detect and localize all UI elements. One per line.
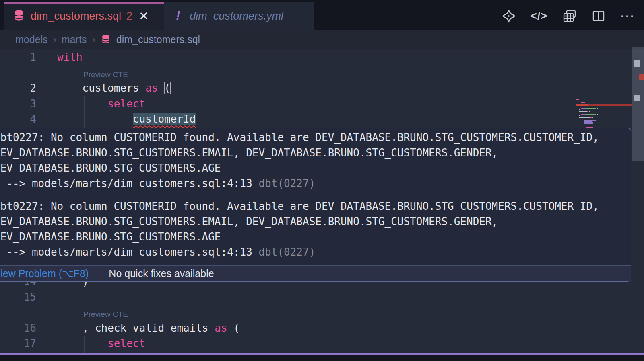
chevron-right-icon: › <box>92 34 95 45</box>
minimap-line <box>586 113 593 113</box>
indent-guide <box>84 336 85 353</box>
minimap-line <box>585 101 586 101</box>
minimap-line <box>592 117 593 118</box>
error-token: customerId <box>133 113 196 125</box>
code-line-3[interactable]: select <box>107 96 145 111</box>
minimap-line <box>581 108 584 109</box>
minimap-line <box>584 120 596 121</box>
minimap-line <box>584 126 584 127</box>
minimap-line <box>586 108 596 109</box>
minimap-line <box>584 123 593 124</box>
breadcrumb-item-marts[interactable]: marts <box>62 34 87 45</box>
line-number[interactable]: 2 <box>15 80 36 96</box>
no-quick-fixes-label: No quick fixes available <box>109 268 214 279</box>
indent-guide <box>60 95 60 128</box>
tab-dim-customers-sql[interactable]: dim_customers.sql 2 ✕ <box>4 2 164 30</box>
minimap-error-line <box>576 104 632 106</box>
tab-label: dim_customers.yml <box>190 10 283 23</box>
problem-hover-popup: dbt0227: No column CUSTOMERID found. Ava… <box>0 128 631 282</box>
dbt-power-user-icon[interactable] <box>502 9 516 23</box>
minimap-line <box>587 101 588 101</box>
problem-message: dbt0227: No column CUSTOMERID found. Ava… <box>0 128 631 197</box>
minimap-line <box>590 117 592 118</box>
warning-icon: ! <box>176 9 180 23</box>
minimap-line <box>584 125 599 125</box>
code-line-17[interactable]: select <box>107 336 145 351</box>
tab-dim-customers-yml[interactable]: ! dim_customers.yml <box>164 2 314 30</box>
code-line-16[interactable]: , check_valid_emails as ( <box>83 320 240 336</box>
editor-window: dim_customers.sql 2 ✕ ! dim_customers.ym… <box>0 0 644 361</box>
overview-ruler-mark <box>634 95 640 101</box>
minimap-line <box>584 108 586 109</box>
problem-source: dbt(0227) <box>258 177 315 189</box>
line-number[interactable]: 17 <box>15 336 36 351</box>
compiled-code-icon[interactable]: </> <box>530 10 547 23</box>
database-icon <box>13 9 25 23</box>
chevron-right-icon: › <box>53 34 56 45</box>
query-results-icon[interactable] <box>562 8 577 24</box>
minimap-line <box>579 109 580 110</box>
minimap-line <box>584 121 592 122</box>
minimap-line <box>597 114 598 115</box>
breadcrumb-item-models[interactable]: models <box>15 34 48 45</box>
line-number[interactable]: 1 <box>15 49 36 65</box>
hover-status-bar: View Problem (⌥F8) No quick fixes availa… <box>0 265 631 281</box>
minimap-line <box>584 114 586 115</box>
minimap-line <box>581 113 585 113</box>
minimap-line <box>597 108 598 109</box>
code-line-4[interactable]: customerId <box>133 111 196 127</box>
preview-cte-codelens[interactable]: Preview CTE <box>83 69 128 81</box>
line-number[interactable]: 16 <box>15 320 36 336</box>
minimap-line <box>584 107 587 107</box>
indent-guide <box>84 96 85 128</box>
line-number[interactable]: 15 <box>15 289 36 305</box>
preview-cte-codelens[interactable]: Preview CTE <box>83 308 128 320</box>
close-icon[interactable]: ✕ <box>139 9 149 23</box>
minimap-line <box>589 111 590 112</box>
indent-guide <box>60 282 60 320</box>
minimap-line <box>586 114 596 115</box>
window-edge <box>0 355 644 361</box>
breadcrumb-item-file[interactable]: dim_customers.sql <box>116 34 200 45</box>
indent-guide <box>109 111 109 128</box>
line-number[interactable]: 4 <box>15 111 36 127</box>
minimap-line <box>579 111 587 112</box>
problem-source: dbt(0227) <box>258 246 315 258</box>
line-number[interactable]: 3 <box>15 96 36 111</box>
editor-actions: </> ⋯ <box>502 2 635 30</box>
minimap-line <box>581 119 585 119</box>
minimap-line <box>584 122 593 123</box>
view-problem-link[interactable]: View Problem (⌥F8) <box>0 268 89 279</box>
minimap-line <box>581 114 584 115</box>
tab-bar: dim_customers.sql 2 ✕ ! dim_customers.ym… <box>0 0 644 30</box>
minimap-line <box>581 102 585 103</box>
minimap-line <box>579 117 590 118</box>
minimap-line <box>579 115 580 116</box>
overview-ruler-mark <box>639 74 644 80</box>
problem-message: dbt0227: No column CUSTOMERID found. Ava… <box>0 197 631 266</box>
code-line-1[interactable]: with <box>57 49 83 65</box>
breadcrumb: models › marts › dim_customers.sql <box>0 30 644 49</box>
minimap-line <box>579 101 584 101</box>
indent-guide <box>109 348 109 353</box>
database-icon <box>101 33 111 47</box>
split-editor-icon[interactable] <box>592 9 605 23</box>
overview-ruler-mark <box>634 60 640 67</box>
code-line-2[interactable]: customers as ( <box>83 80 171 96</box>
tab-label: dim_customers.sql <box>31 10 121 23</box>
minimap-line <box>587 111 588 112</box>
modified-count-badge: 2 <box>126 10 132 23</box>
more-actions-icon[interactable]: ⋯ <box>620 12 635 20</box>
minimap-line <box>576 99 579 100</box>
